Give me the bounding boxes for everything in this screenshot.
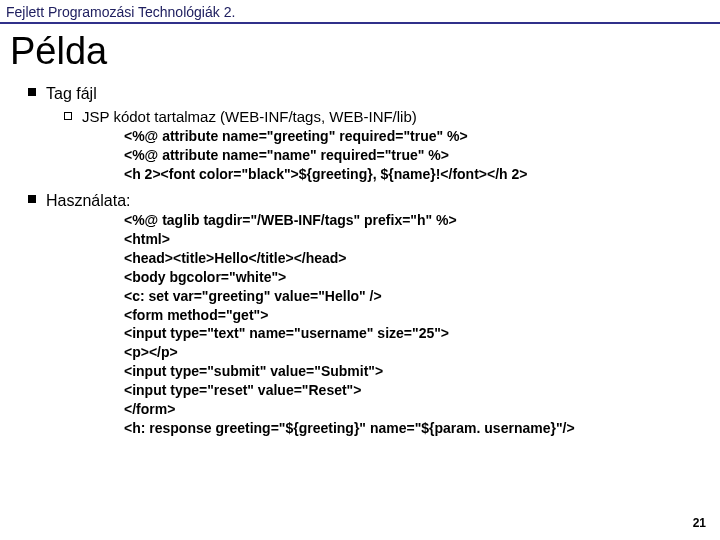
bullet2-text: Használata: (46, 190, 131, 212)
code-block-usage: <%@ taglib tagdir="/WEB-INF/tags" prefix… (124, 211, 700, 438)
bullet1-text: Tag fájl (46, 83, 97, 105)
sub1-text: JSP kódot tartalmaz (WEB-INF/tags, WEB-I… (82, 107, 417, 127)
bullet-tag-file: Tag fájl (28, 83, 700, 105)
header-bar: Fejlett Programozási Technológiák 2. (0, 0, 720, 24)
hollow-square-bullet-icon (64, 112, 72, 120)
page-number: 21 (693, 516, 706, 530)
bullet-usage: Használata: (28, 190, 700, 212)
square-bullet-icon (28, 88, 36, 96)
code-block-tagfile: <%@ attribute name="greeting" required="… (124, 127, 700, 184)
content-area: Tag fájl JSP kódot tartalmaz (WEB-INF/ta… (0, 83, 720, 438)
header-text: Fejlett Programozási Technológiák 2. (6, 4, 235, 20)
square-bullet-icon (28, 195, 36, 203)
subbullet-jsp: JSP kódot tartalmaz (WEB-INF/tags, WEB-I… (64, 107, 700, 127)
page-title: Példa (0, 24, 720, 79)
slide: Fejlett Programozási Technológiák 2. Pél… (0, 0, 720, 540)
